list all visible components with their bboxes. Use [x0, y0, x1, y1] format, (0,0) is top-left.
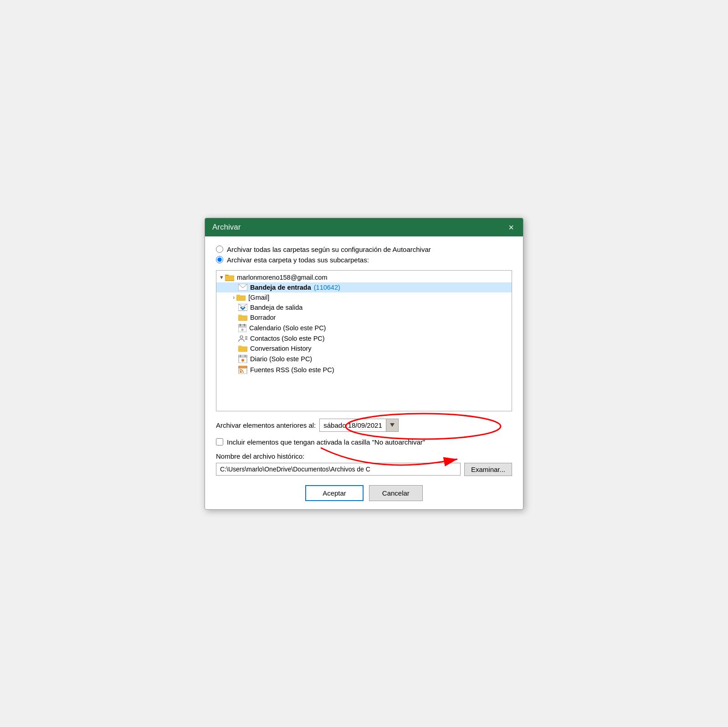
journal-icon	[238, 355, 247, 363]
folder-icon-account	[225, 274, 234, 281]
convhistory-label: Conversation History	[250, 345, 312, 352]
radio-option-autoarchive[interactable]: Archivar todas las carpetas según su con…	[216, 246, 512, 253]
tree-item-contacts[interactable]: Contactos (Solo este PC)	[216, 333, 512, 343]
date-dropdown[interactable]: sábado 18/09/2021	[319, 419, 398, 432]
tree-item-outbox[interactable]: Bandeja de salida	[216, 302, 512, 312]
rss-label: Fuentes RSS (Solo este PC)	[250, 366, 334, 374]
calendar-icon	[238, 324, 246, 332]
gmail-label: [Gmail]	[248, 294, 269, 301]
svg-rect-23	[238, 346, 242, 348]
radio-autoarchive-label: Archivar todas las carpetas según su con…	[227, 246, 431, 253]
chevron-gmail: ›	[233, 294, 235, 301]
account-label: marlonmoreno158@gmail.com	[237, 274, 327, 281]
svg-rect-13	[240, 324, 241, 326]
no-autoarchive-row[interactable]: Incluir elementos que tengan activada la…	[216, 438, 512, 446]
file-row: Examinar...	[216, 463, 512, 476]
dialog-body: Archivar todas las carpetas según su con…	[205, 236, 523, 509]
accept-button[interactable]: Aceptar	[305, 485, 364, 501]
browse-button[interactable]: Examinar...	[464, 463, 512, 476]
cancel-button[interactable]: Cancelar	[369, 485, 423, 501]
svg-rect-25	[239, 355, 247, 357]
tree-item-calendar[interactable]: Calendario (Solo este PC)	[216, 323, 512, 333]
svg-rect-2	[225, 276, 234, 281]
svg-rect-30	[239, 366, 247, 368]
date-dropdown-arrow[interactable]	[386, 419, 398, 431]
radio-group: Archivar todas las carpetas según su con…	[216, 246, 512, 264]
folder-icon-drafts	[238, 314, 247, 321]
svg-point-18	[240, 336, 243, 338]
archive-date-section: Archivar elementos anteriores al: sábado…	[216, 419, 512, 432]
title-bar: Archivar ×	[205, 218, 523, 236]
svg-marker-32	[390, 423, 395, 427]
tree-item-inbox[interactable]: Bandeja de entrada (110642)	[216, 282, 512, 292]
svg-rect-14	[244, 324, 245, 326]
folder-icon-gmail	[236, 294, 246, 301]
date-value: sábado 18/09/2021	[320, 419, 385, 431]
inbox-count: (110642)	[314, 284, 340, 291]
envelope-icon-inbox	[238, 284, 247, 291]
no-autoarchive-checkbox[interactable]	[216, 438, 223, 445]
file-label: Nombre del archivo histórico:	[216, 452, 512, 460]
outbox-label: Bandeja de salida	[250, 304, 302, 311]
journal-label: Diario (Solo este PC)	[250, 355, 312, 363]
svg-rect-10	[238, 315, 242, 317]
archive-date-label: Archivar elementos anteriores al:	[216, 421, 316, 429]
svg-rect-12	[238, 325, 246, 327]
radio-this-folder-label: Archivar esta carpeta y todas sus subcar…	[227, 256, 369, 264]
close-button[interactable]: ×	[507, 223, 516, 232]
tree-item-drafts[interactable]: Borrador	[216, 312, 512, 323]
contacts-icon	[238, 335, 247, 342]
folder-icon-convhistory	[238, 345, 247, 352]
svg-rect-6	[236, 295, 240, 297]
folder-tree[interactable]: ▾ marlonmoreno158@gmail.com	[216, 270, 512, 411]
tree-item-journal[interactable]: Diario (Solo este PC)	[216, 353, 512, 364]
drafts-label: Borrador	[250, 314, 276, 321]
archivar-dialog: Archivar × Archivar todas las carpetas s…	[205, 218, 523, 510]
chevron-account: ▾	[220, 274, 223, 281]
archive-file-section: Nombre del archivo histórico: Examinar..…	[216, 452, 512, 476]
svg-rect-27	[245, 355, 246, 357]
contacts-label: Contactos (Solo este PC)	[250, 335, 325, 342]
button-row: Aceptar Cancelar	[216, 485, 512, 501]
dialog-title: Archivar	[212, 223, 241, 232]
tree-item-convhistory[interactable]: Conversation History	[216, 343, 512, 353]
no-autoarchive-label: Incluir elementos que tengan activada la…	[227, 438, 425, 446]
file-path-input[interactable]	[216, 463, 461, 476]
outbox-icon	[238, 304, 247, 311]
radio-autoarchive[interactable]	[216, 246, 223, 253]
chevron-down-icon	[390, 423, 395, 427]
tree-item-account[interactable]: ▾ marlonmoreno158@gmail.com	[216, 272, 512, 282]
tree-item-gmail[interactable]: › [Gmail]	[216, 292, 512, 302]
rss-icon	[238, 366, 247, 374]
radio-this-folder[interactable]	[216, 256, 223, 263]
svg-point-28	[241, 359, 244, 362]
tree-item-rss[interactable]: Fuentes RSS (Solo este PC)	[216, 364, 512, 375]
svg-rect-26	[240, 355, 241, 357]
inbox-label: Bandeja de entrada	[250, 284, 311, 291]
radio-option-this-folder[interactable]: Archivar esta carpeta y todas sus subcar…	[216, 256, 512, 264]
calendar-label: Calendario (Solo este PC)	[249, 324, 326, 332]
